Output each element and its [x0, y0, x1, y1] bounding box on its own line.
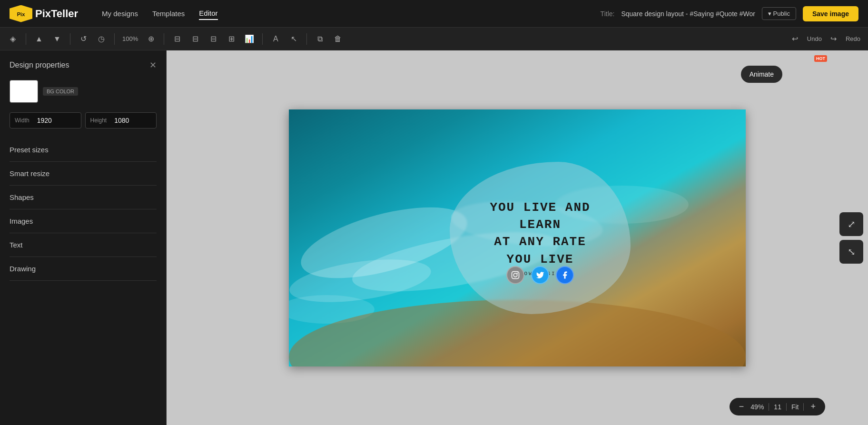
bg-color-row: BG COLOR — [10, 80, 157, 103]
undo-icon[interactable]: ↩ — [788, 32, 802, 46]
quote-line1: YOU LIVE AND — [490, 199, 590, 216]
bg-color-label[interactable]: BG COLOR — [43, 87, 78, 96]
zoom-num: 11 — [774, 403, 781, 411]
zoom-text: 100% — [120, 35, 140, 42]
zoom-icon[interactable]: ⊕ — [144, 32, 158, 46]
cursor-icon[interactable]: ↖ — [286, 32, 301, 46]
top-nav: Pix PixTeller My designs Templates Edito… — [0, 0, 868, 28]
quote-line3: AT ANY RATE — [490, 234, 590, 251]
toolbar-sep-6 — [306, 33, 307, 45]
quote-line2: LEARN — [490, 216, 590, 233]
zoom-value: 49% — [750, 403, 764, 411]
chart-icon[interactable]: 📊 — [242, 32, 256, 46]
toolbar-sep-5 — [262, 33, 263, 45]
svg-point-12 — [517, 272, 518, 273]
zoom-out-button[interactable]: − — [737, 401, 746, 413]
nav-editor[interactable]: Editor — [199, 7, 217, 20]
title-value[interactable]: Square design layout - #Saying #Quote #W… — [621, 10, 755, 18]
text-style-icon[interactable]: A — [268, 32, 283, 46]
design-canvas[interactable]: YOU LIVE AND LEARN AT ANY RATE YOU LIVE … — [289, 109, 746, 366]
nav-templates[interactable]: Templates — [152, 8, 185, 20]
zoom-sep-3 — [803, 403, 804, 411]
svg-text:Pix: Pix — [17, 11, 25, 17]
move-down-icon[interactable]: ▼ — [50, 32, 64, 46]
zoom-fit[interactable]: Fit — [791, 403, 799, 411]
nav-my-designs[interactable]: My designs — [102, 8, 138, 20]
instagram-icon[interactable] — [506, 266, 524, 284]
bg-color-swatch[interactable] — [10, 80, 38, 103]
save-button[interactable]: Save image — [803, 6, 858, 21]
sidebar-header: Design properties ✕ — [10, 60, 157, 70]
zoom-in-button[interactable]: + — [809, 401, 818, 413]
sidebar-item-shapes[interactable]: Shapes — [10, 186, 157, 209]
social-icons — [506, 266, 574, 284]
sidebar: Design properties ✕ BG COLOR Width Heigh… — [0, 50, 167, 425]
sidebar-item-text[interactable]: Text — [10, 233, 157, 257]
sidebar-item-images[interactable]: Images — [10, 209, 157, 233]
toolbar: ◈ ▲ ▼ ↺ ◷ 100% ⊕ ⊟ ⊟ ⊟ ⊞ 📊 A ↖ ⧉ 🗑 ↩ Und… — [0, 28, 868, 50]
logo[interactable]: Pix PixTeller — [10, 5, 78, 22]
close-icon[interactable]: ✕ — [149, 60, 157, 70]
nav-title-area: Title: Square design layout - #Saying #Q… — [601, 6, 858, 21]
toolbar-sep-4 — [164, 33, 164, 45]
logo-icon: Pix — [10, 5, 32, 22]
toolbar-sep-1 — [26, 33, 26, 45]
hot-badge: HOT — [814, 55, 827, 62]
resize-in-icon[interactable]: ⤡ — [839, 240, 863, 264]
width-field: Width — [10, 112, 81, 128]
copy-icon[interactable]: ⧉ — [313, 32, 327, 46]
layers-icon[interactable]: ◈ — [6, 32, 20, 46]
zoom-controls: − 49% 11 Fit + — [730, 398, 825, 415]
public-button[interactable]: ▾ Public — [762, 7, 796, 20]
width-input[interactable] — [34, 113, 81, 128]
align-left-icon[interactable]: ⊟ — [170, 32, 184, 46]
svg-point-11 — [513, 273, 517, 277]
width-label: Width — [10, 113, 34, 128]
sidebar-item-smart-resize[interactable]: Smart resize — [10, 162, 157, 186]
height-label: Height — [86, 113, 112, 128]
animate-button[interactable]: Animate — [741, 66, 782, 83]
animate-icon[interactable]: ◷ — [94, 32, 108, 46]
title-label: Title: — [601, 10, 615, 18]
main-area: Design properties ✕ BG COLOR Width Heigh… — [0, 50, 868, 425]
height-field: Height — [85, 112, 157, 128]
toolbar-right: ↩ Undo ↪ Redo — [788, 32, 862, 46]
height-input[interactable] — [111, 113, 156, 128]
redo-icon[interactable]: ↪ — [827, 32, 841, 46]
sidebar-item-drawing[interactable]: Drawing — [10, 257, 157, 281]
align-center-icon[interactable]: ⊟ — [188, 32, 202, 46]
sidebar-title: Design properties — [10, 61, 69, 69]
undo-label: Undo — [805, 35, 824, 42]
canvas-area[interactable]: Animate HOT — [167, 50, 868, 425]
twitter-icon[interactable] — [531, 266, 549, 284]
facebook-icon[interactable] — [556, 266, 574, 284]
rotate-icon[interactable]: ↺ — [76, 32, 90, 46]
redo-label: Redo — [844, 35, 862, 42]
right-floating-panel: ⤢ ⤡ — [839, 212, 863, 264]
zoom-sep-2 — [786, 403, 787, 411]
move-up-icon[interactable]: ▲ — [32, 32, 46, 46]
svg-rect-10 — [512, 271, 519, 278]
align-right-icon[interactable]: ⊟ — [206, 32, 220, 46]
zoom-sep — [769, 403, 769, 411]
toolbar-sep-3 — [114, 33, 115, 45]
quote-text: YOU LIVE AND LEARN AT ANY RATE YOU LIVE … — [490, 199, 590, 277]
logo-text: PixTeller — [35, 8, 78, 20]
resize-out-icon[interactable]: ⤢ — [839, 212, 863, 236]
sidebar-item-preset-sizes[interactable]: Preset sizes — [10, 138, 157, 162]
dimension-row: Width Height — [10, 112, 157, 128]
delete-icon[interactable]: 🗑 — [331, 32, 345, 46]
bg-color-section: BG COLOR — [10, 80, 157, 103]
toolbar-sep-2 — [70, 33, 70, 45]
distribute-h-icon[interactable]: ⊞ — [224, 32, 238, 46]
